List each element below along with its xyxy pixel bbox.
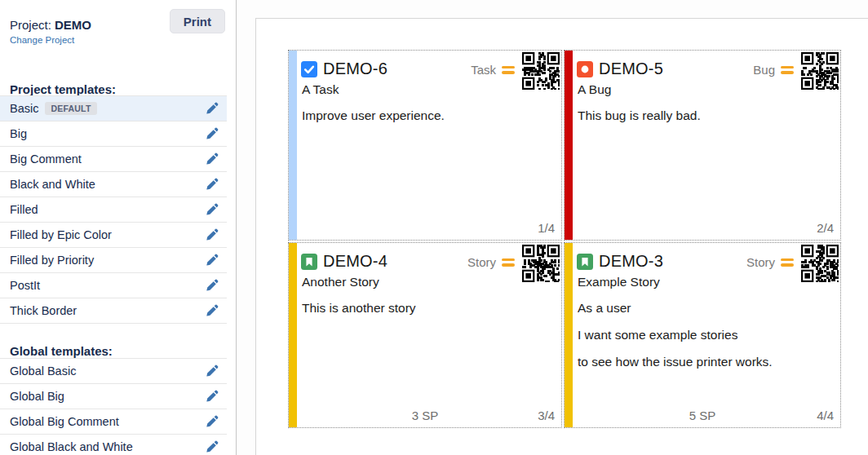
story-points: 3 SP <box>289 409 561 422</box>
card-color-bar <box>289 243 297 427</box>
issue-key: DEMO-6 <box>323 60 388 78</box>
print-preview-page: DEMO-6 Task A Task Improve user experien… <box>255 18 868 455</box>
card-meta: Story <box>746 255 794 269</box>
issue-type-label: Story <box>746 255 775 269</box>
page-number: 3/4 <box>538 409 555 422</box>
template-label: Global Big Comment <box>10 415 119 428</box>
template-label: Global Basic <box>10 364 76 378</box>
edit-pencil-icon[interactable] <box>205 254 219 267</box>
issue-card-demo-4: DEMO-4 Story Another Story This is anoth… <box>288 242 562 428</box>
issue-description: This bug is really bad. <box>578 108 827 135</box>
issue-description: This is another story <box>302 300 548 327</box>
template-row-big[interactable]: Big <box>0 121 227 147</box>
qr-code <box>522 245 560 282</box>
issue-summary: Another Story <box>302 275 512 289</box>
page-number: 1/4 <box>538 221 555 235</box>
preview-pane: DEMO-6 Task A Task Improve user experien… <box>237 0 868 455</box>
template-row-basic[interactable]: Basic DEFAULT <box>0 96 227 121</box>
card-meta: Bug <box>753 63 794 77</box>
default-badge: DEFAULT <box>45 102 96 115</box>
template-row-black-and-white[interactable]: Black and White <box>0 172 227 197</box>
edit-pencil-icon[interactable] <box>205 178 219 192</box>
issue-card-demo-5: DEMO-5 Bug A Bug This bug is really bad.… <box>564 50 841 241</box>
template-row-global-black-and-white[interactable]: Global Black and White <box>0 435 227 455</box>
issue-summary: A Bug <box>578 82 791 97</box>
template-label: Filled by Epic Color <box>10 228 112 241</box>
issue-description: As a user I want some example stories to… <box>578 300 827 381</box>
edit-pencil-icon[interactable] <box>205 279 219 293</box>
description-line: This bug is really bad. <box>578 108 827 124</box>
issue-key: DEMO-3 <box>599 252 663 271</box>
template-row-global-basic[interactable]: Global Basic <box>0 359 227 384</box>
qr-code <box>801 245 839 282</box>
edit-pencil-icon[interactable] <box>205 440 219 454</box>
project-template-list: Basic DEFAULT Big Big Comment Black and … <box>0 95 227 324</box>
card-grid: DEMO-6 Task A Task Improve user experien… <box>288 50 841 428</box>
issue-key: DEMO-5 <box>599 60 663 78</box>
template-label: Basic <box>10 102 38 115</box>
template-label: Thick Border <box>10 304 77 317</box>
global-templates-heading: Global templates: <box>10 344 113 358</box>
issue-summary: Example Story <box>578 275 791 289</box>
edit-pencil-icon[interactable] <box>205 364 219 378</box>
page-number: 4/4 <box>817 409 834 422</box>
card-color-bar <box>289 51 297 240</box>
card-color-bar <box>565 243 573 427</box>
template-row-big-comment[interactable]: Big Comment <box>0 147 227 172</box>
issue-description: Improve user experience. <box>302 108 548 135</box>
qr-code <box>801 52 839 90</box>
project-templates-heading: Project templates: <box>10 82 116 96</box>
edit-pencil-icon[interactable] <box>205 390 219 404</box>
issue-type-label: Bug <box>753 63 775 77</box>
edit-pencil-icon[interactable] <box>205 152 219 166</box>
issue-type-label: Task <box>471 63 496 77</box>
template-label: Global Black and White <box>10 440 133 453</box>
task-icon <box>301 61 317 77</box>
issue-type-label: Story <box>467 255 496 269</box>
template-row-thick-border[interactable]: Thick Border <box>0 298 227 324</box>
template-row-filled[interactable]: Filled <box>0 197 227 223</box>
template-label: PostIt <box>10 279 40 292</box>
edit-pencil-icon[interactable] <box>205 228 219 242</box>
description-line: As a user <box>578 300 827 316</box>
project-label: Project: DEMO <box>10 18 91 32</box>
template-row-global-big[interactable]: Global Big <box>0 384 227 409</box>
template-label: Black and White <box>10 178 95 191</box>
description-line: I want some example stories <box>578 327 827 343</box>
description-line: This is another story <box>302 300 548 316</box>
issue-summary: A Task <box>302 82 512 97</box>
template-row-global-big-comment[interactable]: Global Big Comment <box>0 409 227 435</box>
project-label-text: Project: <box>10 18 51 32</box>
template-label: Filled <box>10 203 38 216</box>
print-button[interactable]: Print <box>170 9 225 33</box>
edit-pencil-icon[interactable] <box>205 127 219 141</box>
edit-pencil-icon[interactable] <box>205 203 219 217</box>
description-line: Improve user experience. <box>302 108 548 124</box>
story-icon <box>301 254 317 270</box>
priority-medium-icon <box>781 258 794 267</box>
project-name: DEMO <box>55 18 91 32</box>
template-row-postit[interactable]: PostIt <box>0 273 227 298</box>
story-icon <box>577 254 593 270</box>
change-project-link[interactable]: Change Project <box>10 35 74 45</box>
sidebar: Project: DEMO Change Project Print Proje… <box>0 0 237 455</box>
issue-key: DEMO-4 <box>323 252 388 271</box>
edit-pencil-icon[interactable] <box>205 102 219 116</box>
template-label: Big Comment <box>10 152 82 166</box>
issue-card-demo-3: DEMO-3 Story Example Story As a user I w… <box>564 242 841 428</box>
description-line: to see how the issue printer works. <box>578 354 827 370</box>
template-row-filled-by-priority[interactable]: Filled by Priority <box>0 248 227 273</box>
template-row-filled-by-epic-color[interactable]: Filled by Epic Color <box>0 223 227 248</box>
card-meta: Task <box>471 63 515 77</box>
card-meta: Story <box>467 255 515 269</box>
priority-medium-icon <box>502 258 515 267</box>
edit-pencil-icon[interactable] <box>205 415 219 429</box>
edit-pencil-icon[interactable] <box>205 304 219 318</box>
page-number: 2/4 <box>817 221 834 235</box>
global-template-list: Global Basic Global Big Global Big Comme… <box>0 358 227 455</box>
card-color-bar <box>565 51 573 240</box>
story-points: 5 SP <box>565 409 840 422</box>
qr-code <box>522 52 560 90</box>
template-label: Filled by Priority <box>10 254 94 267</box>
template-label: Global Big <box>10 390 64 403</box>
